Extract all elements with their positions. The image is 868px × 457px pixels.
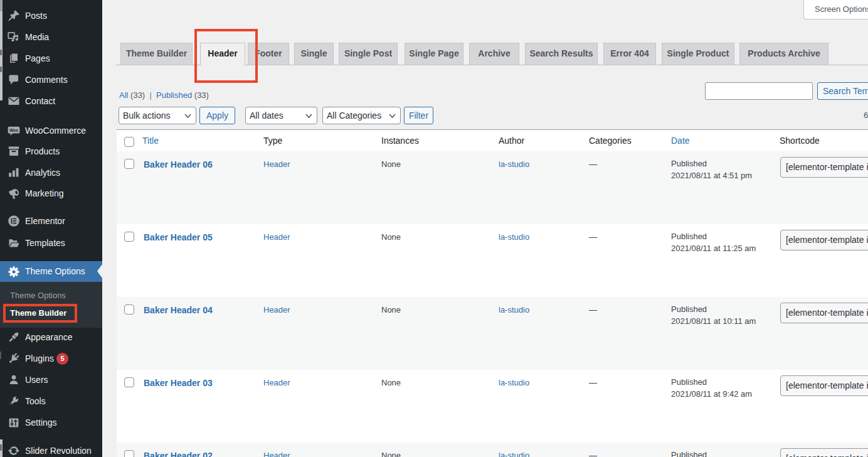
svg-text:Woo: Woo [9, 128, 18, 132]
